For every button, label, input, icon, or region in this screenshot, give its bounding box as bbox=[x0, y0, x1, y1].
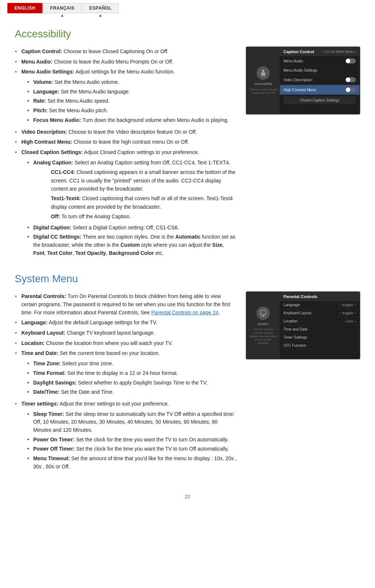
tv-time-date-label: Time and Date bbox=[283, 327, 307, 331]
left-arrow-location: ‹ bbox=[344, 319, 345, 323]
tv-sidebar-label-system: System bbox=[258, 322, 269, 327]
tv-item-cfc-function: CFC Function bbox=[280, 342, 359, 350]
time-format-item: Time Format: Set the time to display in … bbox=[27, 369, 237, 378]
tv-timer-settings-label: Timer Settings bbox=[283, 335, 307, 339]
tv-item-video-description: Video Description bbox=[280, 75, 359, 85]
keyboard-layout-item: Keyboard Layout: Change TV keyboard layo… bbox=[15, 328, 237, 338]
video-description-item: Video Description: Choose to leave the V… bbox=[15, 127, 237, 137]
page-number: 22 bbox=[0, 487, 375, 503]
tv-item-menu-audio-settings: Menu Audio Settings bbox=[280, 66, 359, 75]
menu-audio-sub-list: Volume: Set the Menu Audio volume. Langu… bbox=[27, 78, 237, 125]
language-tabs: ENGLISH FRANÇAIS ▲ ESPAÑOL ▲ bbox=[0, 0, 375, 13]
right-arrow-location: › bbox=[355, 319, 356, 323]
menu-audio-item: Menu Audio: Choose to leave the Audio Me… bbox=[15, 57, 237, 67]
video-description-toggle[interactable] bbox=[345, 77, 356, 82]
language-value: English bbox=[342, 303, 353, 307]
text1text4-label: Text1-Text4: bbox=[51, 195, 80, 201]
svg-rect-3 bbox=[261, 316, 265, 317]
off-block: Off: To turn off the Analog Caption. bbox=[51, 212, 237, 220]
tv-header-caption-label: Caption Control bbox=[283, 49, 314, 54]
timer-sub-list: Sleep Timer: Set the sleep timer to auto… bbox=[27, 410, 237, 472]
digital-cc-settings-item: Digital CC Settings: There are two capti… bbox=[27, 232, 237, 258]
cc1cc4-label: CC1-CC4: bbox=[51, 169, 75, 175]
volume-item: Volume: Set the Menu Audio volume. bbox=[27, 78, 237, 87]
power-on-timer-item: Power On Timer: Set the clock for the ti… bbox=[27, 435, 237, 445]
tv-sidebar-system: System Turn On Parental Controls to bloc… bbox=[247, 292, 280, 359]
tv-item-menu-audio: Menu Audio bbox=[280, 56, 359, 66]
tv-language-label: Language bbox=[283, 303, 300, 307]
tab-francais-label: FRANÇAIS bbox=[50, 6, 75, 11]
left-arrow-language: ‹ bbox=[340, 303, 341, 307]
tv-keyboard-label: Keyboard Layout bbox=[283, 311, 312, 315]
sleep-timer-item: Sleep Timer: Set the sleep timer to auto… bbox=[27, 410, 237, 435]
location-value: USA bbox=[346, 319, 353, 323]
right-arrow-language: › bbox=[355, 303, 356, 307]
tv-header-caption-sub: < CC On When Mute > bbox=[322, 50, 356, 54]
language-nav: ‹ English › bbox=[340, 303, 356, 307]
tab-espanol[interactable]: ESPAÑOL ▲ bbox=[82, 3, 119, 13]
language-system-item: Language: Adjust the default Language se… bbox=[15, 318, 237, 328]
focus-menu-audio-item: Focus Menu Audio: Turn down the backgrou… bbox=[27, 116, 237, 125]
tab-espanol-label: ESPAÑOL bbox=[89, 6, 112, 11]
espanol-arrow: ▲ bbox=[99, 13, 102, 17]
tv-item-location: Location ‹ USA › bbox=[280, 317, 359, 325]
daylight-savings-item: Daylight Savings: Select whether to appl… bbox=[27, 378, 237, 388]
accessibility-section: Caption Control: Choose to leave Closed … bbox=[15, 47, 360, 260]
tv-item-high-contrast: High Contrast Menu bbox=[280, 85, 359, 95]
tv-item-high-contrast-label: High Contrast Menu bbox=[283, 88, 316, 92]
accessibility-text: Caption Control: Choose to leave Closed … bbox=[15, 47, 237, 260]
rate-item: Rate: Set the Menu Audio speed. bbox=[27, 96, 237, 106]
tv-inner-accessibility: Accessibility Choose to leave Closed Cap… bbox=[247, 47, 359, 114]
tv-item-closed-caption-settings[interactable]: Closed Caption Settings bbox=[283, 96, 356, 104]
tv-sidebar-sublabel-system: Turn On Parental Controls to block child… bbox=[249, 328, 278, 344]
location-nav: ‹ USA › bbox=[344, 319, 356, 323]
menu-timeout-item: Menu Timeout: Set the amount of time tha… bbox=[27, 454, 237, 471]
tv-mockup-system: System Turn On Parental Controls to bloc… bbox=[246, 291, 360, 359]
high-contrast-item: High Contrast Menu: Choose to leave the … bbox=[15, 137, 237, 147]
tv-menu-header-caption: Caption Control < CC On When Mute > bbox=[280, 47, 359, 56]
high-contrast-toggle[interactable] bbox=[345, 87, 356, 92]
parental-controls-item: Parental Controls: Turn On Parental Cont… bbox=[15, 291, 237, 318]
menu-audio-settings-item: Menu Audio Settings: Adjust settings for… bbox=[15, 67, 237, 127]
system-menu-text: Parental Controls: Turn On Parental Cont… bbox=[15, 291, 237, 473]
parental-controls-link[interactable]: Parental Controls on page 24 bbox=[151, 310, 219, 315]
tv-cfc-label: CFC Function bbox=[283, 343, 306, 348]
tv-item-video-description-label: Video Description bbox=[283, 78, 312, 82]
power-off-timer-item: Power Off Timer: Set the clock for the t… bbox=[27, 444, 237, 454]
tv-menu-accessibility: Caption Control < CC On When Mute > Menu… bbox=[280, 47, 359, 114]
tv-menu-system: Parental Controls Language ‹ English › K… bbox=[280, 292, 359, 359]
system-icon bbox=[257, 307, 270, 320]
accessibility-list: Caption Control: Choose to leave Closed … bbox=[15, 47, 237, 260]
left-arrow-keyboard: ‹ bbox=[340, 311, 341, 315]
svg-rect-2 bbox=[262, 315, 264, 316]
location-item: Location: Choose the location from where… bbox=[15, 338, 237, 349]
tv-item-keyboard: Keyboard Layout ‹ English › bbox=[280, 309, 359, 317]
cc1-cc4-block: CC1-CC4: Closed captioning appears in a … bbox=[51, 168, 237, 193]
tv-sidebar-sublabel: Choose to leave Closed Captioning On or … bbox=[249, 88, 278, 95]
time-zone-item: Time Zone: Select your time zone. bbox=[27, 359, 237, 369]
analog-caption-item: Analog Caption: Select an Analog Caption… bbox=[27, 158, 237, 223]
language-item: Language: Set the Menu Audio language. bbox=[27, 87, 237, 97]
time-and-date-item: Time and Date: Set the current time base… bbox=[15, 348, 237, 399]
tab-francais[interactable]: FRANÇAIS ▲ bbox=[43, 3, 82, 13]
closed-caption-settings-item: Closed Caption Settings: Adjust Closed C… bbox=[15, 147, 237, 260]
caption-control-item: Caption Control: Choose to leave Closed … bbox=[15, 47, 237, 57]
tab-english-label: ENGLISH bbox=[14, 6, 35, 11]
system-menu-title: System Menu bbox=[15, 273, 360, 285]
tv-screen-2: System Turn On Parental Controls to bloc… bbox=[246, 291, 360, 359]
date-time-item: Date/Time: Set the Date and Time. bbox=[27, 387, 237, 397]
tab-english[interactable]: ENGLISH bbox=[7, 3, 42, 13]
accessibility-title: Accessibility bbox=[15, 28, 360, 40]
system-menu-list: Parental Controls: Turn On Parental Cont… bbox=[15, 291, 237, 473]
system-menu-section: Parental Controls: Turn On Parental Cont… bbox=[15, 291, 360, 473]
tv-item-timer-settings: Timer Settings bbox=[280, 334, 359, 342]
tv-item-menu-audio-settings-label: Menu Audio Settings bbox=[283, 68, 317, 72]
tv-inner-system: System Turn On Parental Controls to bloc… bbox=[247, 292, 359, 359]
tv-item-time-date: Time and Date bbox=[280, 325, 359, 334]
tv-item-menu-audio-label: Menu Audio bbox=[283, 59, 303, 63]
text1-text4-block: Text1-Text4: Closed captioning that cove… bbox=[51, 194, 237, 211]
keyboard-nav: ‹ English › bbox=[340, 311, 356, 315]
tv-menu-header-parental: Parental Controls bbox=[280, 292, 359, 301]
menu-audio-toggle[interactable] bbox=[345, 58, 356, 64]
tv-location-label: Location bbox=[283, 319, 297, 323]
